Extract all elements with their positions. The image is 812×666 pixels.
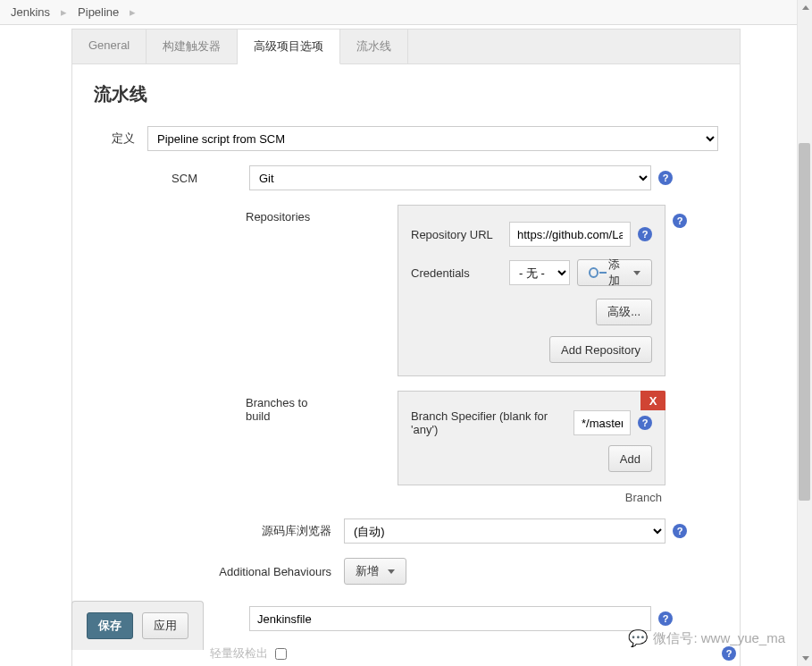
button-add-branch[interactable]: Add (608, 445, 652, 472)
tab-build-triggers[interactable]: 构建触发器 (146, 30, 238, 63)
label-branch-specifier: Branch Specifier (blank for 'any') (411, 409, 573, 436)
section-title-pipeline: 流水线 (94, 82, 718, 106)
breadcrumb-pipeline[interactable]: Pipeline (78, 5, 119, 19)
select-scm[interactable]: Git (249, 165, 651, 190)
select-repo-browser[interactable]: (自动) (344, 518, 666, 544)
scrollbar-down[interactable] (798, 651, 812, 666)
row-branches: Branches to build X Branch Specifier (bl… (94, 391, 718, 504)
label-definition: 定义 (94, 131, 147, 147)
row-repo-browser: 源码库浏览器 (自动) ? (94, 518, 718, 544)
label-repositories: Repositories (94, 205, 344, 223)
label-lightweight-checkout: 轻量级检出 (210, 645, 268, 662)
add-behaviour-label: 新增 (356, 563, 379, 579)
scrollbar-thumb[interactable] (799, 143, 810, 501)
help-icon[interactable]: ? (658, 611, 673, 626)
watermark-text: 微信号: www_yue_ma (653, 630, 785, 647)
input-branch-specifier[interactable] (573, 410, 631, 435)
help-icon[interactable]: ? (673, 524, 687, 538)
breadcrumb-jenkins[interactable]: Jenkins (11, 5, 50, 19)
help-icon[interactable]: ? (658, 171, 673, 185)
button-add-repository[interactable]: Add Repository (549, 336, 652, 363)
panel-branch: X Branch Specifier (blank for 'any') ? A… (398, 391, 666, 485)
button-advanced[interactable]: 高级... (596, 299, 652, 325)
button-add-behaviour[interactable]: 新增 (344, 558, 406, 585)
input-repo-url[interactable] (509, 222, 631, 247)
breadcrumb: Jenkins ▸ Pipeline ▸ (0, 0, 812, 25)
row-scm: SCM Git ? (94, 165, 718, 190)
button-delete-branch[interactable]: X (640, 391, 666, 410)
help-icon[interactable]: ? (638, 416, 652, 430)
config-panel: 流水线 定义 Pipeline script from SCM SCM Git … (71, 63, 741, 666)
label-credentials: Credentials (411, 266, 509, 280)
label-repo-url: Repository URL (411, 228, 509, 241)
scrollbar-up[interactable] (798, 0, 812, 15)
key-icon (589, 267, 599, 278)
tab-pipeline[interactable]: 流水线 (340, 30, 408, 63)
chevron-down-icon (388, 569, 395, 574)
checkbox-lightweight-checkout[interactable] (275, 648, 287, 660)
save-button[interactable]: 保存 (87, 612, 133, 639)
bottom-action-bar: 保存 应用 (71, 601, 204, 650)
help-icon[interactable]: ? (638, 227, 652, 241)
select-credentials[interactable]: - 无 - (509, 260, 570, 285)
watermark: 💬 微信号: www_yue_ma (628, 628, 785, 648)
apply-button[interactable]: 应用 (142, 612, 188, 639)
tab-advanced-project-options[interactable]: 高级项目选项 (238, 30, 340, 64)
label-scm: SCM (94, 172, 210, 185)
breadcrumb-separator: ▸ (61, 5, 67, 19)
tab-general[interactable]: General (72, 30, 146, 63)
row-additional-behaviours: Additional Behaviours 新增 (94, 558, 718, 585)
add-credentials-label: 添加 (604, 257, 624, 289)
label-additional-behaviours: Additional Behaviours (94, 565, 344, 578)
row-repositories: Repositories Repository URL ? Credential… (94, 205, 718, 376)
scrollbar[interactable] (797, 0, 812, 666)
help-icon[interactable]: ? (722, 646, 736, 661)
row-definition: 定义 Pipeline script from SCM (94, 126, 718, 151)
input-script-path[interactable] (249, 606, 651, 631)
wechat-icon: 💬 (628, 628, 648, 648)
label-branches: Branches to build (94, 391, 344, 423)
chevron-down-icon (633, 271, 640, 275)
help-icon[interactable]: ? (673, 214, 687, 228)
button-add-credentials[interactable]: 添加 (577, 259, 652, 286)
breadcrumb-separator: ▸ (130, 5, 136, 19)
config-tabs: General 构建触发器 高级项目选项 流水线 (71, 29, 741, 63)
panel-repository: Repository URL ? Credentials - 无 - (398, 205, 666, 376)
caption-branch: Branch (398, 491, 666, 504)
select-definition[interactable]: Pipeline script from SCM (147, 126, 718, 151)
label-repo-browser: 源码库浏览器 (94, 523, 344, 539)
